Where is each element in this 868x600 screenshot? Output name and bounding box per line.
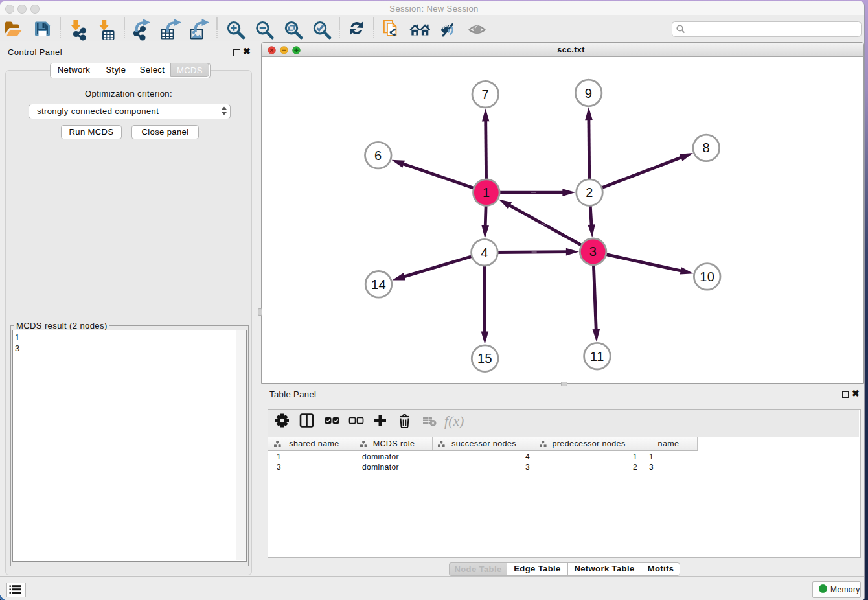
svg-text:successor nodes: successor nodes (451, 439, 516, 448)
svg-text:11: 11 (590, 349, 604, 363)
svg-text:14: 14 (371, 277, 386, 292)
svg-text:9: 9 (585, 86, 593, 100)
svg-text:7: 7 (482, 87, 490, 102)
svg-text:10: 10 (700, 270, 714, 284)
svg-text:15: 15 (477, 351, 492, 365)
svg-text:f(x): f(x) (444, 413, 464, 429)
svg-text:6: 6 (374, 148, 382, 163)
svg-text:1: 1 (483, 185, 490, 200)
svg-text:name: name (658, 439, 680, 448)
svg-text:MCDS role: MCDS role (373, 439, 415, 448)
svg-text:2: 2 (586, 185, 593, 200)
svg-text:3: 3 (589, 244, 597, 259)
svg-text:8: 8 (703, 141, 711, 155)
svg-text:predecessor nodes: predecessor nodes (552, 439, 625, 448)
svg-text:shared name: shared name (289, 439, 339, 448)
svg-text:4: 4 (481, 246, 488, 260)
